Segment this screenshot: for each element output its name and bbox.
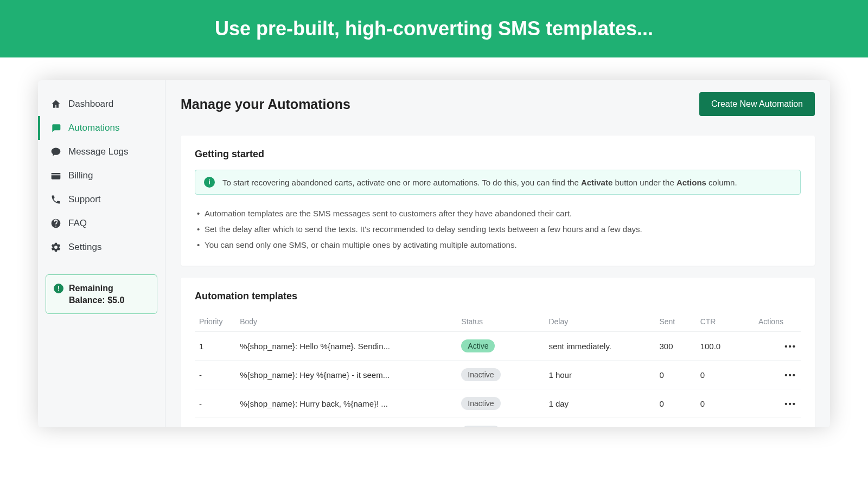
templates-table: Priority Body Status Delay Sent CTR Acti… (195, 312, 801, 427)
cell-priority: - (195, 361, 235, 389)
page-title: Manage your Automations (181, 97, 350, 112)
cell-status: Inactive (457, 418, 544, 428)
cell-status: Inactive (457, 361, 544, 389)
table-row: -%{shop_name}: Hurry back, %{name}! ...I… (195, 389, 801, 418)
sidebar-item-settings[interactable]: Settings (38, 235, 165, 259)
cell-status: Active (457, 332, 544, 361)
status-badge: Inactive (461, 368, 500, 381)
phone-icon (50, 194, 62, 206)
bullet-item: Set the delay after which to send the te… (195, 221, 801, 237)
sidebar-item-label: Settings (68, 242, 101, 253)
balance-callout[interactable]: ! Remaining Balance: $5.0 (46, 274, 157, 314)
cell-priority: - (195, 418, 235, 428)
status-badge: Inactive (461, 397, 500, 410)
cell-body: %{shop_name}: Hello %{name}. Sendin... (235, 332, 457, 361)
row-actions-menu[interactable]: ••• (784, 342, 796, 351)
getting-started-bullets: Automation templates are the SMS message… (195, 206, 801, 253)
app-frame: Dashboard Automations Message Logs Billi… (38, 80, 830, 427)
sms-icon (50, 146, 62, 158)
cell-body: %{shop_name}: Hurry back, %{name}! ... (235, 389, 457, 418)
cell-delay: 45 minutes (544, 418, 655, 428)
sidebar-item-label: Support (68, 194, 101, 205)
cell-body: %{shop_name}: Hey %{name} - it seem... (235, 361, 457, 389)
sidebar-item-automations[interactable]: Automations (38, 116, 165, 140)
balance-text: Remaining Balance: $5.0 (69, 282, 149, 306)
main-content: Manage your Automations Create New Autom… (165, 80, 830, 427)
table-row: -%{shop_name}: Hey %{name} - it seem...I… (195, 361, 801, 389)
th-body: Body (235, 312, 457, 332)
home-icon (50, 98, 62, 110)
getting-started-title: Getting started (195, 149, 801, 160)
cell-status: Inactive (457, 389, 544, 418)
cell-actions: ••• (754, 361, 801, 389)
cell-sent: 0 (655, 361, 695, 389)
cell-sent: 0 (655, 389, 695, 418)
row-actions-menu[interactable]: ••• (784, 399, 796, 408)
th-actions: Actions (754, 312, 801, 332)
sidebar-item-message-logs[interactable]: Message Logs (38, 140, 165, 164)
cell-ctr: 0 (696, 418, 754, 428)
templates-card: Automation templates Priority Body Statu… (181, 278, 815, 427)
cell-ctr: 0 (696, 361, 754, 389)
templates-title: Automation templates (195, 291, 801, 302)
info-text: To start recovering abandoned carts, act… (222, 178, 737, 187)
bullet-item: Automation templates are the SMS message… (195, 206, 801, 221)
info-icon: i (204, 177, 215, 188)
status-badge: Active (461, 339, 495, 352)
cell-actions: ••• (754, 418, 801, 428)
sidebar-item-billing[interactable]: Billing (38, 164, 165, 188)
sidebar-item-label: Dashboard (68, 99, 113, 110)
info-banner: i To start recovering abandoned carts, a… (195, 170, 801, 195)
cell-ctr: 0 (696, 389, 754, 418)
cell-priority: - (195, 389, 235, 418)
create-automation-button[interactable]: Create New Automation (699, 92, 815, 116)
cell-sent: 300 (655, 332, 695, 361)
help-icon (50, 217, 62, 229)
cell-actions: ••• (754, 332, 801, 361)
sidebar: Dashboard Automations Message Logs Billi… (38, 80, 165, 427)
banner-headline: Use pre-built, high-converting SMS templ… (215, 17, 653, 40)
th-priority: Priority (195, 312, 235, 332)
cell-priority: 1 (195, 332, 235, 361)
getting-started-card: Getting started i To start recovering ab… (181, 136, 815, 266)
th-sent: Sent (655, 312, 695, 332)
chat-icon (50, 122, 62, 134)
table-row: -%{shop_name}: Stock is running out....I… (195, 418, 801, 428)
sidebar-item-label: Message Logs (68, 146, 129, 157)
cell-delay: 1 hour (544, 361, 655, 389)
cell-actions: ••• (754, 389, 801, 418)
sidebar-item-label: Billing (68, 170, 93, 181)
cell-delay: 1 day (544, 389, 655, 418)
row-actions-menu[interactable]: ••• (784, 370, 796, 380)
cell-body: %{shop_name}: Stock is running out.... (235, 418, 457, 428)
sidebar-item-support[interactable]: Support (38, 188, 165, 211)
bullet-item: You can send only one SMS, or chain mult… (195, 237, 801, 253)
th-status: Status (457, 312, 544, 332)
gear-icon (50, 241, 62, 253)
sidebar-item-label: FAQ (68, 218, 87, 229)
card-icon (50, 170, 62, 182)
cell-sent: 0 (655, 418, 695, 428)
sidebar-item-label: Automations (68, 123, 120, 133)
alert-icon: ! (54, 284, 63, 293)
table-row: 1%{shop_name}: Hello %{name}. Sendin...A… (195, 332, 801, 361)
sidebar-item-faq[interactable]: FAQ (38, 211, 165, 235)
promo-banner: Use pre-built, high-converting SMS templ… (0, 0, 868, 57)
th-ctr: CTR (696, 312, 754, 332)
status-badge: Inactive (461, 426, 500, 427)
sidebar-item-dashboard[interactable]: Dashboard (38, 92, 165, 116)
th-delay: Delay (544, 312, 655, 332)
cell-delay: sent immediately. (544, 332, 655, 361)
cell-ctr: 100.0 (696, 332, 754, 361)
